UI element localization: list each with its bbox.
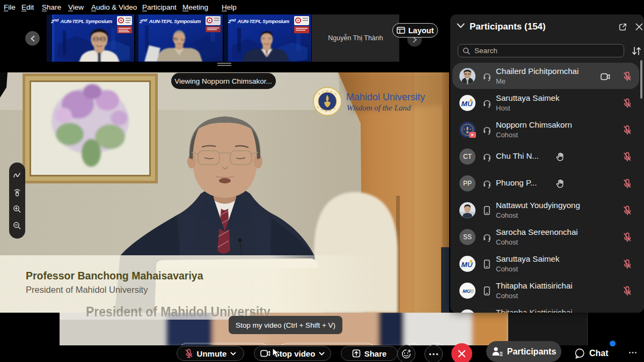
- svg-text:President of Mahidol Universit: President of Mahidol University: [86, 305, 270, 313]
- svg-text:Wisdom of the Land: Wisdom of the Land: [347, 104, 411, 112]
- svg-text:President of Mahidol Universit: President of Mahidol University: [26, 285, 148, 294]
- svg-text:Mahidol University: Mahidol University: [346, 92, 425, 102]
- svg-text:2nd AUN-TEPL Symposium: 2nd AUN-TEPL Symposium: [50, 18, 113, 25]
- svg-text:Professor Banchong Mahaisavari: Professor Banchong Mahaisavariya: [26, 270, 203, 282]
- svg-text:2nd AUN-TEPL Symposium: 2nd AUN-TEPL Symposium: [228, 18, 290, 25]
- svg-text:Viewing Nopporn Chimsakor...: Viewing Nopporn Chimsakor...: [174, 77, 272, 85]
- svg-text:2nd AUN-TEPL Symposium: 2nd AUN-TEPL Symposium: [139, 18, 201, 25]
